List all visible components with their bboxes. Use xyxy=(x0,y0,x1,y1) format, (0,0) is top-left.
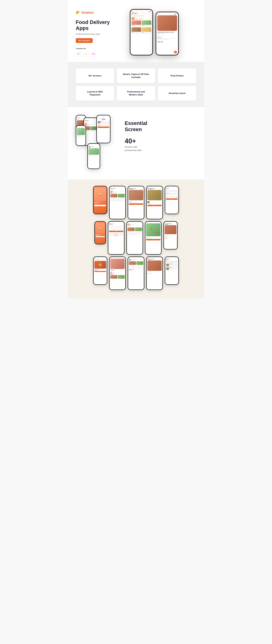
sp-status-mc: 11:20⚡ xyxy=(127,222,142,223)
sp-status-home: 11:20⚡ xyxy=(110,187,125,188)
hero-phone-main-screen: 11:20▌▌▌ ⚡ Hello Azalea 👋 It's Lunch tim… xyxy=(130,10,152,55)
sp-screen-greeting: 11:20⚡ Hello Azalea 👋 Hello Azalea 👋 It'… xyxy=(110,257,125,290)
food-card-3: Steak xyxy=(131,27,141,34)
essential-title: EssentialScreen xyxy=(125,120,196,132)
sp-status-map: 11:20⚡ xyxy=(146,222,160,223)
sp-mc-1 xyxy=(127,228,135,231)
essential-phone-3: 11:20⚡ Cart 21.34 Grilled Beef 7.47 Shri… xyxy=(96,115,110,143)
hero-phone-main: 11:20▌▌▌ ⚡ Hello Azalea 👋 It's Lunch tim… xyxy=(130,9,153,56)
sp-screen-main-course: 11:20⚡ 📍 Manggar Sampit Salad Steak Snac… xyxy=(127,222,143,254)
sp-mc-4 xyxy=(135,232,142,235)
sp-mc-chips: Salad Steak Snack xyxy=(127,224,142,225)
sp-status-signup: 11:20⚡ xyxy=(109,222,123,223)
essential-phone-5: 11:20⚡ Yoel Hartono Driver 📍 Rasto Parma… xyxy=(87,143,100,169)
sp-food-2 xyxy=(118,194,125,198)
food-name-4: Combo xyxy=(142,32,151,33)
sp-greeting-chips: Salad Steak xyxy=(110,273,125,274)
food-img-2 xyxy=(142,20,151,25)
sp-status-greeting: 11:20⚡ xyxy=(110,258,125,258)
phone-category-pills: Salad Steak Chicken xyxy=(131,18,151,20)
sp-category-chips: Salad Steak Chicken xyxy=(110,192,125,192)
sp-mc-3 xyxy=(127,232,135,235)
logo-text: lezatos xyxy=(81,10,94,14)
showcase-phone-lezatos-brand: 11:20⚡ 🌮 lezatos 🍔 Delicious Variant and… xyxy=(93,256,107,285)
bottom-logo: 🌮 lezatos xyxy=(94,259,106,260)
essential-desc: Screens withprofessional style xyxy=(125,145,196,152)
hero-badge: 40+ Screens xyxy=(76,38,93,43)
food-detail-stars: ★★★★☆ xyxy=(157,34,177,35)
feature-text-layered: Layered & WellOrganized xyxy=(87,90,103,96)
essential-screen-4: 11:20⚡ 📍 Delivery location Pasarangan Tr… xyxy=(76,126,85,145)
sp-screen-map: 11:20⚡ 📍 Rasto Parmaly Raju 10 minutes 📍… xyxy=(145,222,161,254)
sp-form-password xyxy=(109,229,123,230)
food-name-3: Steak xyxy=(131,32,141,33)
sp-form-name xyxy=(109,226,123,227)
sp-screen-mc2: 11:20⚡ 📍 Manggar Sampit Salad Steak Snac… xyxy=(128,257,144,290)
file-icons: F ⬡ Xd xyxy=(76,51,117,57)
feature-text-layout: Amazing Layout xyxy=(169,92,185,95)
sp-mc2-2 xyxy=(136,261,143,265)
food-img-3 xyxy=(131,27,141,32)
showcase-phone-grilled: 11:20⚡ Grilled Beef Steak withSauce ABC … xyxy=(163,221,178,250)
showcase-phone-detail-2: 11:20⚡ Sliced Grilled Beef Steakwith Gre… xyxy=(146,186,163,219)
sp-food-4 xyxy=(118,198,125,202)
food-card-2: Pad Thai xyxy=(142,20,151,27)
e-status-1: 11:20⚡ xyxy=(77,116,85,117)
food-detail-price: $19.24 xyxy=(157,41,177,43)
e-map-img xyxy=(77,128,85,135)
sp-gr-1 xyxy=(110,275,117,279)
hero-left: 🌮 lezatos Food Delivery Apps Professiona… xyxy=(76,8,117,57)
food-detail-title: Grilled Beef Steak with Sauce ABC xyxy=(157,32,177,33)
e-status-2: 11:20⚡ xyxy=(85,119,96,120)
e-checkout-btn[interactable]: Checkout xyxy=(97,126,109,128)
showcase-phone-signup: 11:20⚡ Sign Up Please fill to register S… xyxy=(108,221,125,255)
feature-text-screens: 50+ Screens xyxy=(88,74,101,77)
food-card-1: Spaghetti xyxy=(131,20,141,27)
pill-salad: Salad xyxy=(131,18,135,20)
feature-text-pixel: Pixel Perfect xyxy=(171,74,184,77)
sp-status-select: 11:20⚡ xyxy=(166,258,178,258)
food-name-1: Spaghetti xyxy=(131,25,141,26)
phone-category-label: Category xyxy=(131,17,151,18)
add-cart-button[interactable]: + xyxy=(174,51,177,54)
showcase-phone-onboarding-2: 11:20⚡ 🥪 Delicious Variant andFast Deliv… xyxy=(94,221,106,244)
essential-phone-4: 11:20⚡ 📍 Delivery location Pasarangan Tr… xyxy=(76,125,86,146)
feature-text-modern: Professional andModern Style xyxy=(127,90,145,96)
sp-status-grilled-2: 11:20⚡ xyxy=(147,258,162,258)
pill-chicken: Chicken xyxy=(139,18,143,20)
sp-status-onb-2: 11:20⚡ xyxy=(96,222,105,223)
essential-right: EssentialScreen 40+ Screens withprofessi… xyxy=(125,115,196,152)
essential-screen-5: 11:20⚡ Yoel Hartono Driver 📍 Rasto Parma… xyxy=(88,144,100,168)
feature-card-screens: 50+ Screens xyxy=(76,68,114,83)
figma-icon: F xyxy=(76,51,81,57)
showcase-row-3: 11:20⚡ 🌮 lezatos 🍔 Delicious Variant and… xyxy=(72,256,200,290)
food-detail-desc-label: Description xyxy=(157,37,177,38)
e-cart-row-1: Grilled Beef 7.47 xyxy=(97,121,109,124)
feature-card-layered: Layered & WellOrganized xyxy=(76,86,114,101)
hero-phone-secondary-screen: 11:20▌▌▌ ⚡ Grilled Beef Steak with Sauce… xyxy=(156,12,178,55)
sp-mc2-3 xyxy=(129,265,136,269)
sp-greeting-grid xyxy=(110,275,125,279)
showcase-phone-home: 11:20⚡ Hello Azalea 👋 It's Lunch time! 📍… xyxy=(109,186,126,219)
showcase-phone-detail: 11:20⚡ Shrimp Pad That SauceABC Barbeque… xyxy=(128,186,144,219)
showcase-section: 11:20⚡ 🥪 Delicious Variant andFast Deliv… xyxy=(68,180,204,298)
sketch-icon: ⬡ xyxy=(83,51,89,57)
showcase-phone-greeting: 11:20⚡ Hello Azalea 👋 Hello Azalea 👋 It'… xyxy=(109,256,126,290)
sp-food-grid xyxy=(110,194,125,202)
sp-status-brand: 11:20⚡ xyxy=(94,258,106,258)
phone-lunch: It's Lunch time! xyxy=(131,14,151,15)
sp-mc2-grid xyxy=(129,261,143,269)
showcase-phone-payment: 11:20⚡ Payment Address Payment Method 💳 … xyxy=(165,186,179,214)
food-detail-desc: Lorem ipsum dolor sit amet, consectetur … xyxy=(157,38,177,40)
sp-mc2-4 xyxy=(136,265,143,269)
feature-card-layout: Amazing Layout xyxy=(158,86,196,101)
available-label: Available file xyxy=(76,48,117,50)
sp-status-payment: 11:20⚡ xyxy=(166,187,178,188)
showcase-phone-map: 11:20⚡ 📍 Rasto Parmaly Raju 10 minutes 📍… xyxy=(145,221,162,255)
showcase-phone-main-course-2: 11:20⚡ 📍 Manggar Sampit Salad Steak Snac… xyxy=(128,256,144,290)
showcase-phone-onboarding-1: 11:20⚡ 🥪 Delicious Variant andFast Deliv… xyxy=(93,186,107,214)
feature-card-files: Sketch, Figma & XD Files Included xyxy=(117,68,155,83)
feature-card-modern: Professional andModern Style xyxy=(117,86,155,101)
hero-section: 🌮 lezatos Food Delivery Apps Professiona… xyxy=(68,0,204,62)
essential-section: 11:20⚡ Hello Azalea It's Lunch time 📍 Su… xyxy=(68,107,204,180)
